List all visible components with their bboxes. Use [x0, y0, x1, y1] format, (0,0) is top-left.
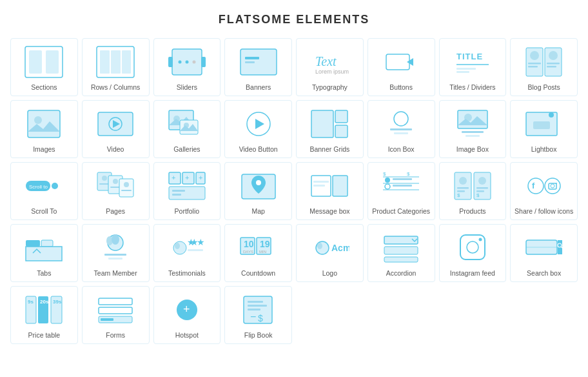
- element-item-tabs[interactable]: Tabs: [10, 224, 78, 282]
- element-item-rows-columns[interactable]: Rows / Columns: [82, 38, 150, 96]
- element-item-banner-grids[interactable]: Banner Grids: [296, 100, 364, 158]
- rows-columns-icon: [85, 43, 146, 81]
- svg-rect-64: [119, 179, 133, 197]
- image-box-icon: [442, 105, 504, 143]
- element-item-galleries[interactable]: Galleries: [153, 100, 221, 158]
- typography-icon: Text Lorem ipsum: [299, 43, 360, 81]
- svg-rect-54: [533, 121, 550, 129]
- svg-text:+: +: [172, 174, 175, 181]
- svg-text:TITLE: TITLE: [456, 52, 483, 61]
- svg-rect-132: [384, 257, 418, 262]
- map-label: Map: [251, 207, 264, 216]
- buttons-icon: [371, 43, 432, 81]
- svg-rect-15: [245, 61, 255, 63]
- svg-rect-21: [456, 68, 476, 70]
- portfolio-icon: + + +: [157, 167, 218, 205]
- svg-rect-38: [180, 120, 198, 134]
- element-item-portfolio[interactable]: + + + Portfolio: [153, 162, 221, 220]
- element-item-instagram-feed[interactable]: Instagram feed: [439, 224, 507, 282]
- element-item-product-categories[interactable]: $ $ Product Categories: [368, 162, 435, 220]
- element-item-titles-dividers[interactable]: TITLE Titles / Dividers: [439, 38, 507, 96]
- svg-rect-80: [313, 181, 329, 183]
- logo-icon: Acme: [299, 229, 360, 267]
- svg-text:+: +: [199, 174, 202, 181]
- element-item-accordion[interactable]: Accordion: [368, 224, 435, 282]
- element-item-sliders[interactable]: Sliders: [153, 38, 221, 96]
- svg-rect-113: [104, 254, 126, 256]
- sliders-icon: [157, 43, 218, 81]
- svg-text:Scroll to: Scroll to: [29, 183, 48, 189]
- share-follow-icon: f: [513, 167, 574, 205]
- element-item-message-box[interactable]: Message box: [296, 162, 364, 220]
- countdown-label: Countdown: [241, 269, 275, 278]
- lightbox-label: Lightbox: [531, 145, 557, 154]
- svg-rect-18: [386, 54, 409, 70]
- typography-label: Typography: [312, 83, 348, 92]
- element-item-video[interactable]: Video: [82, 100, 150, 158]
- svg-rect-4: [100, 50, 110, 74]
- svg-point-116: [175, 243, 180, 249]
- message-box-icon: [299, 167, 360, 205]
- element-item-products[interactable]: $ $ Products: [439, 162, 507, 220]
- svg-rect-1: [29, 50, 42, 74]
- svg-rect-26: [528, 66, 538, 68]
- svg-point-87: [385, 184, 390, 189]
- element-item-logo[interactable]: Acme Logo: [296, 224, 364, 282]
- product-categories-icon: $ $: [371, 167, 432, 205]
- portfolio-label: Portfolio: [175, 207, 200, 216]
- element-item-blog-posts[interactable]: Blog Posts: [510, 38, 578, 96]
- hotspot-icon: +: [157, 290, 218, 329]
- share-follow-label: Share / follow icons: [514, 207, 573, 216]
- svg-rect-81: [313, 185, 325, 187]
- element-item-search-box[interactable]: Search box: [510, 224, 578, 282]
- svg-point-77: [256, 180, 261, 185]
- element-item-video-button[interactable]: Video Button: [224, 100, 292, 158]
- svg-point-105: [551, 184, 554, 188]
- element-item-map[interactable]: Map: [224, 162, 292, 220]
- element-item-share-follow[interactable]: f Share / follow icons: [510, 162, 578, 220]
- galleries-label: Galleries: [173, 145, 200, 154]
- forms-label: Forms: [106, 331, 125, 340]
- element-item-image-box[interactable]: Image Box: [439, 100, 507, 158]
- element-item-pages[interactable]: Pages: [82, 162, 150, 220]
- element-item-forms[interactable]: Forms: [82, 286, 150, 344]
- element-item-images[interactable]: Images: [10, 100, 78, 158]
- svg-text:10: 10: [244, 239, 254, 249]
- element-item-buttons[interactable]: Buttons: [368, 38, 435, 96]
- svg-rect-79: [333, 176, 348, 196]
- svg-rect-31: [28, 110, 60, 138]
- image-box-label: Image Box: [456, 145, 489, 154]
- element-item-banners[interactable]: Banners: [224, 38, 292, 96]
- svg-point-92: [459, 177, 467, 185]
- element-item-countdown[interactable]: 10 DAYS 19 MIN Countdown: [224, 224, 292, 282]
- sections-label: Sections: [31, 83, 57, 92]
- element-item-hotspot[interactable]: + Hotspot: [153, 286, 221, 344]
- blog-posts-icon: [513, 43, 574, 81]
- svg-text:+: +: [183, 303, 190, 316]
- element-item-lightbox[interactable]: Lightbox: [510, 100, 578, 158]
- testimonials-icon: ★ ★ ★: [157, 229, 218, 267]
- element-item-icon-box[interactable]: Icon Box: [368, 100, 435, 158]
- element-item-testimonials[interactable]: ★ ★ ★ Testimonials: [153, 224, 221, 282]
- element-item-flip-book[interactable]: $ − Flip Book: [224, 286, 292, 344]
- svg-text:f: f: [532, 181, 535, 190]
- element-item-scroll-to[interactable]: Scroll to Scroll To: [10, 162, 78, 220]
- svg-point-57: [52, 183, 58, 189]
- testimonials-label: Testimonials: [168, 269, 206, 278]
- element-item-sections[interactable]: Sections: [10, 38, 78, 96]
- price-table-icon: 9s 20s 39s: [14, 290, 75, 329]
- video-button-label: Video Button: [239, 145, 278, 154]
- element-item-typography[interactable]: Text Lorem ipsum Typography: [296, 38, 364, 96]
- svg-text:Text: Text: [315, 54, 337, 68]
- svg-rect-114: [108, 258, 122, 260]
- lightbox-icon: [513, 105, 574, 143]
- svg-point-134: [467, 241, 478, 253]
- instagram-feed-label: Instagram feed: [450, 269, 495, 278]
- element-item-team-member[interactable]: Team Member: [82, 224, 150, 282]
- svg-rect-108: [41, 240, 53, 247]
- element-item-price-table[interactable]: 9s 20s 39s Price table: [10, 286, 78, 344]
- scroll-to-label: Scroll To: [31, 207, 57, 216]
- video-icon: [85, 105, 146, 143]
- svg-point-103: [545, 178, 560, 194]
- icon-box-icon: [371, 105, 432, 143]
